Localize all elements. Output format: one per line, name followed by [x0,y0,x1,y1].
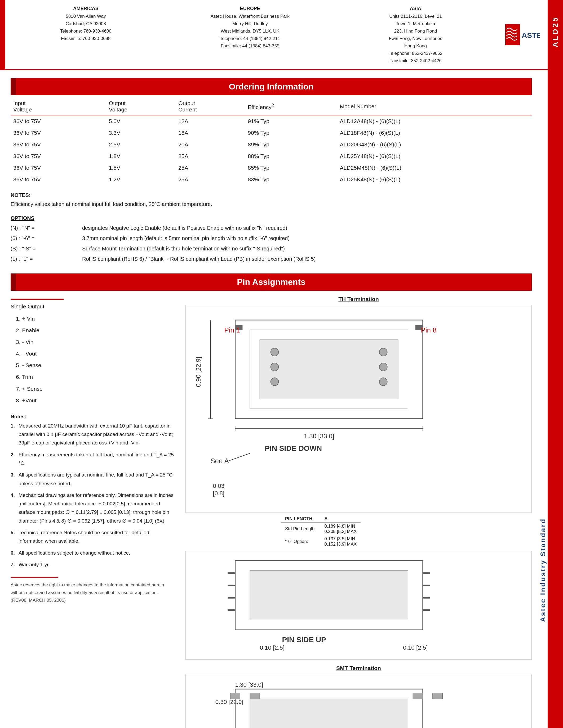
svg-rect-10 [260,340,398,399]
footer-red-divider [11,577,58,578]
table-cell: 1.5V [106,162,176,174]
table-cell: ALD25K48(N) - (6)(S)(L) [337,174,532,185]
pl-std-val1: 0.189 [4.8] MIN0.205 [5.2] MAX [320,523,361,536]
list-item: 2.Efficiency measurements taken at full … [11,451,175,468]
smt-down-wrapper: PIN SIDE DOWN 1.30 [33.0] 0.30 [22.9] [185,674,532,728]
note-number: 6. [11,549,19,557]
svg-point-13 [271,378,279,386]
table-row: 36V to 75V1.2V25A83% TypALD25K48(N) - (6… [11,174,532,185]
th-output-voltage: OutputVoltage [106,95,176,115]
pl-6-label: "-6" Option: [281,535,320,548]
asia-title: ASIA [389,5,443,13]
th-efficiency: Efficiency2 [245,95,337,115]
table-cell: 25A [176,174,245,185]
svg-text:0.10 [2.5]: 0.10 [2.5] [260,644,285,651]
asia-line2: Tower1, Metroplaza [389,20,443,28]
table-cell: 90% Typ [245,127,337,139]
options-row: (6) : "-6" =3.7mm nominal pin length (de… [11,233,532,243]
pl-6-val1: 0.137 [3.5] MIN0.152 [3.9] MAX [320,535,361,548]
svg-rect-45 [230,693,240,699]
top-header: AMERICAS 5810 Van Allen Way Carlsbad, CA… [0,0,548,70]
europe-line2: Merry Hill, Dudley [211,20,290,28]
asia-line4: Fwai Fong, New Territories [389,35,443,42]
option-key: (L) : "L" = [11,254,82,264]
options-section: OPTIONS (N) : "N" =designates Negatve Lo… [11,213,532,264]
table-cell: 3.3V [106,127,176,139]
table-cell: 85% Typ [245,162,337,174]
pin-assignments-header: Pin Assignments [11,273,532,291]
pl-header-name: PIN LENGTH [281,515,320,523]
table-cell: 36V to 75V [11,127,106,139]
options-row: (S) : "-S" =Surface Mount Termination (d… [11,244,532,254]
pl-header-a: A [320,515,361,523]
table-row: 36V to 75V1.5V25A85% TypALD25M48(N) - (6… [11,162,532,174]
options-row: (N) : "N" =designates Negatve Logic Enab… [11,223,532,233]
right-column: TH Termination Pin 1 Pin 8 [185,296,532,728]
svg-text:0.90 [22.9]: 0.90 [22.9] [195,357,202,387]
table-row: 36V to 75V3.3V18A90% TypALD18F48(N) - (6… [11,127,532,139]
ordering-table: InputVoltage OutputVoltage OutputCurrent… [11,95,532,185]
pin-assignments-section: Pin Assignments Single Output 1. + Vin2.… [11,273,532,728]
th-pin-side-up-wrapper: PIN SIDE UP 0.10 [2.5] 0.10 [2.5] [185,551,532,660]
th-title: TH Termination [185,296,532,302]
pin-content-area: Single Output 1. + Vin2. Enable3. - Vin4… [11,296,532,728]
list-item: 7. + Sense [16,383,175,395]
notes-title: NOTES: [11,191,532,200]
table-cell: 5.0V [106,115,176,127]
svg-text:0.10 [2.5]: 0.10 [2.5] [403,644,428,651]
americas-title: AMERICAS [60,5,111,13]
table-cell: 36V to 75V [11,150,106,162]
table-cell: 91% Typ [245,115,337,127]
note-number: 3. [11,471,19,488]
option-key: (S) : "-S" = [11,244,82,254]
americas-line1: 5810 Van Allen Way [60,13,111,20]
list-item: 1.Measured at 20MHz bandwidth with exter… [11,422,175,447]
svg-text:0.30 [22.9]: 0.30 [22.9] [215,699,243,705]
ordering-header: Ordering Information [11,78,532,95]
table-cell: 18A [176,127,245,139]
asia-address: ASIA Units 2111-2116, Level 21 Tower1, M… [389,5,443,65]
list-item: 5. - Sense [16,359,175,371]
note-text: Mechanical drawings are for reference on… [19,491,175,525]
table-cell: 1.2V [106,174,176,185]
pl-std-label: Std Pin Length: [281,523,320,536]
europe-line4: Telephone: 44 (1384) 842-211 [211,35,290,42]
table-cell: 36V to 75V [11,139,106,150]
note-text: Measured at 20MHz bandwidth with externa… [19,422,175,447]
svg-text:ASTEC: ASTEC [522,31,540,39]
options-title: OPTIONS [11,213,532,223]
th-model-number: Model Number [337,95,532,115]
option-key: (6) : "-6" = [11,233,82,243]
list-item: 3. - Vin [16,336,175,348]
list-item: 2. Enable [16,325,175,336]
table-cell: 20A [176,139,245,150]
svg-text:PIN SIDE UP: PIN SIDE UP [282,636,326,644]
note-number: 7. [11,560,19,569]
note-text: Warranty 1 yr. [19,560,50,569]
note-text: Efficiency measurements taken at full lo… [19,451,175,468]
header-dark-bar [11,78,16,95]
th-pin-side-up-diagram: PIN SIDE UP 0.10 [2.5] 0.10 [2.5] [185,551,532,660]
note-number: 1. [11,422,19,447]
list-item: 8. +Vout [16,395,175,406]
smt-title: SMT Termination [185,665,532,671]
single-output-label: Single Output [11,303,175,310]
notes-section: NOTES: Efficiency values taken at nomina… [11,191,532,209]
table-cell: 12A [176,115,245,127]
svg-line-27 [227,453,250,461]
red-divider [11,299,64,300]
list-item: 1. + Vin [16,313,175,325]
svg-text:See A: See A [210,457,229,465]
astec-logo: ASTEC [505,24,540,45]
logo-area: ASTEC [497,0,548,69]
table-cell: 88% Typ [245,150,337,162]
pin-notes: 1.Measured at 20MHz bandwidth with exter… [11,422,175,569]
th-output-current: OutputCurrent [176,95,245,115]
svg-point-15 [380,363,387,371]
table-cell: ALD25Y48(N) - (6)(S)(L) [337,150,532,162]
europe-line5: Facsimile: 44 (1384) 843-355 [211,42,290,50]
list-item: 6.All specifications subject to change w… [11,549,175,557]
svg-point-16 [380,378,387,386]
th-diagram: Pin 1 Pin 8 1.30 [33 [185,305,532,513]
main-content: Ordering Information InputVoltage Output… [0,70,548,728]
